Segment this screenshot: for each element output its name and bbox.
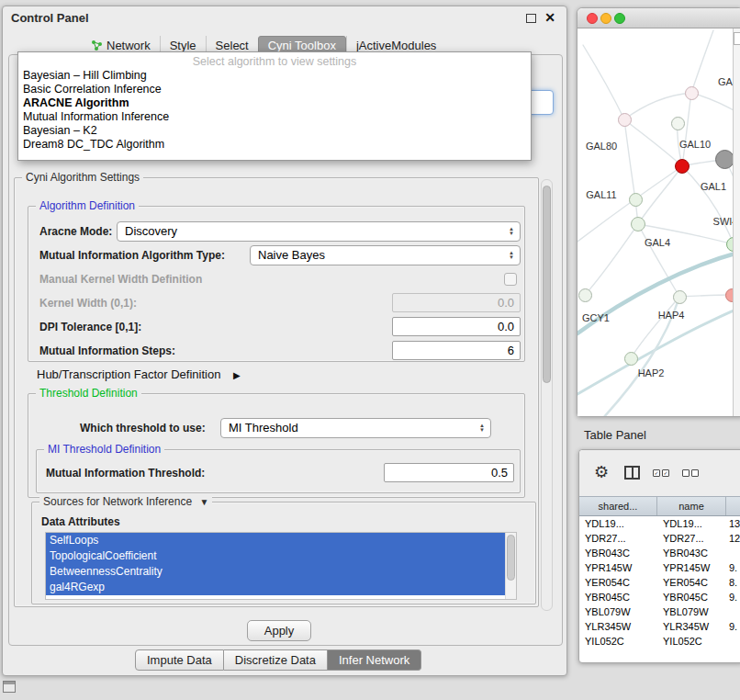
aracne-mode-combobox[interactable]: Discovery ▲▼ — [117, 221, 521, 242]
node-label: GCY1 — [582, 312, 610, 323]
mi-threshold-definition-group: MI Threshold Definition Mutual Informati… — [36, 449, 521, 493]
table-body: YDL19...YDL19...13 YDR27...YDR27...12 YB… — [579, 516, 740, 662]
apply-button[interactable]: Apply — [247, 620, 311, 641]
network-node[interactable] — [673, 290, 687, 304]
tab-label: Select — [216, 39, 249, 52]
mi-steps-field[interactable]: 6 — [392, 341, 521, 360]
network-node[interactable] — [629, 193, 643, 207]
group-title: Threshold Definition — [36, 387, 141, 400]
node-label: GAL80 — [586, 141, 617, 152]
table-row[interactable]: YDR27...YDR27...12 — [579, 531, 740, 546]
dropdown-item[interactable]: Dream8 DC_TDC Algorithm — [18, 138, 531, 152]
network-node-red[interactable] — [675, 159, 690, 174]
table-row[interactable]: YIL052CYIL052C — [579, 634, 740, 649]
bottom-tab-infer-network[interactable]: Infer Network — [328, 649, 421, 671]
window-title: Control Panel — [11, 11, 89, 25]
mi-steps-label: Mutual Information Steps: — [39, 341, 175, 361]
list-item[interactable]: SelfLoops — [46, 533, 516, 548]
hub-definition-toggle[interactable]: Hub/Transcription Factor Definition ▶ — [37, 367, 241, 381]
bottom-tab-impute-data[interactable]: Impute Data — [135, 649, 224, 671]
table-row[interactable]: YER054CYER054C8. — [579, 575, 740, 590]
control-panel-titlebar: Control Panel ✕ — [3, 6, 566, 30]
node-label: GAL11 — [586, 189, 616, 200]
manual-kernel-label: Manual Kernel Width Definition — [39, 269, 202, 289]
data-attributes-list: SelfLoops TopologicalCoefficient Between… — [45, 532, 517, 600]
sources-title: Sources for Network Inference — [43, 495, 192, 508]
kernel-width-field[interactable]: 0.0 — [392, 293, 521, 312]
network-node[interactable] — [578, 288, 592, 302]
scrollbar-thumb[interactable] — [543, 186, 551, 383]
bottom-tabbar: Impute Data Discretize Data Infer Networ… — [135, 649, 421, 671]
manual-kernel-checkbox[interactable] — [504, 273, 517, 286]
dropdown-item[interactable]: Basic Correlation Inference — [18, 83, 531, 96]
network-node[interactable] — [631, 217, 645, 231]
tab-label: Network — [107, 39, 151, 52]
columns-icon[interactable] — [624, 466, 640, 480]
node-label: GAL4 — [645, 237, 670, 248]
table-header: shared... name — [579, 496, 740, 516]
desktop: Control Panel ✕ Network Style Select Cyn… — [0, 0, 740, 700]
mi-threshold-label: Mutual Information Threshold: — [46, 463, 205, 483]
table-row[interactable]: YPR145WYPR145W9. — [579, 560, 740, 575]
combobox-stepper-icon: ▲▼ — [506, 246, 517, 265]
table-panel-title: Table Panel — [584, 428, 646, 442]
tab-label: Style — [170, 39, 196, 52]
dpi-tolerance-field[interactable]: 0.0 — [392, 317, 521, 336]
table-row[interactable]: YLR345WYLR345W9. — [579, 619, 740, 634]
scrollbar-button[interactable] — [734, 32, 740, 45]
dropdown-item[interactable]: Mutual Information Inference — [18, 110, 531, 124]
sources-toggle[interactable]: Sources for Network Inference ▼ — [39, 495, 212, 508]
minimize-traffic-light-icon[interactable] — [600, 13, 611, 24]
aracne-mode-label: Aracne Mode: — [39, 221, 112, 242]
list-item[interactable]: BetweennessCentrality — [46, 564, 516, 580]
list-item[interactable]: gal4RGexp — [46, 580, 516, 595]
tab-label: Cyni Toolbox — [268, 39, 336, 52]
dropdown-item-selected[interactable]: ARACNE Algorithm — [18, 96, 531, 110]
float-window-icon[interactable] — [526, 14, 536, 23]
network-node[interactable] — [624, 352, 638, 366]
table-row[interactable]: YBL079WYBL079W — [579, 604, 740, 619]
group-title: Algorithm Definition — [36, 199, 139, 212]
column-header[interactable]: shared... — [579, 497, 657, 515]
algorithm-definition-group: Algorithm Definition Aracne Mode: Discov… — [28, 206, 525, 362]
scrollbar-thumb[interactable] — [507, 535, 515, 581]
network-node-gray[interactable] — [715, 150, 734, 169]
mi-type-label: Mutual Information Algorithm Type: — [39, 245, 225, 265]
column-header[interactable]: name — [657, 497, 726, 515]
dropdown-item[interactable]: Bayesian – K2 — [18, 124, 531, 138]
group-title: MI Threshold Definition — [44, 443, 164, 456]
table-row[interactable]: YBR045CYBR045C9. — [579, 590, 740, 604]
close-icon[interactable]: ✕ — [544, 10, 555, 25]
list-item[interactable]: TopologicalCoefficient — [46, 548, 516, 564]
hide-selected-rows-icon[interactable] — [682, 469, 699, 477]
table-panel-window: ⚙ ✓✓ shared... name YDL19...YDL19...13 Y… — [578, 449, 740, 663]
gear-icon[interactable]: ⚙ — [594, 463, 609, 481]
table-row[interactable]: YDL19...YDL19...13 — [579, 516, 740, 531]
list-scrollbar[interactable] — [505, 533, 516, 599]
combobox-stepper-icon: ▲▼ — [477, 419, 488, 437]
network-scrollbar[interactable] — [733, 28, 740, 416]
dropdown-item[interactable]: Bayesian – Hill Climbing — [18, 69, 531, 83]
collapsed-arrow-icon: ▶ — [233, 370, 241, 380]
node-label: HAP4 — [658, 310, 685, 321]
network-node[interactable] — [685, 86, 699, 100]
network-node[interactable] — [618, 113, 632, 127]
network-node[interactable] — [671, 117, 685, 130]
cyni-algorithm-settings-group: Cyni Algorithm Settings Algorithm Defini… — [14, 177, 539, 607]
network-canvas[interactable]: GAL80 GAL10 GAL11 GAL1 SWI4 GAL4 GCY1 HA… — [577, 28, 740, 416]
settings-scrollbar[interactable] — [541, 179, 553, 611]
docked-panel-icon[interactable] — [3, 681, 16, 693]
mi-type-combobox[interactable]: Naive Bayes ▲▼ — [250, 245, 521, 265]
table-row[interactable]: YBR043CYBR043C — [579, 546, 740, 560]
hub-definition-label: Hub/Transcription Factor Definition — [37, 367, 220, 381]
bottom-tab-discretize-data[interactable]: Discretize Data — [224, 649, 328, 671]
column-header[interactable] — [726, 497, 740, 515]
control-panel-window: Control Panel ✕ Network Style Select Cyn… — [2, 6, 567, 676]
network-icon — [91, 40, 103, 51]
close-traffic-light-icon[interactable] — [587, 13, 598, 24]
show-selected-rows-icon[interactable]: ✓✓ — [653, 469, 669, 477]
mi-threshold-field[interactable]: 0.5 — [384, 463, 514, 482]
combobox-stepper-icon: ▲▼ — [506, 222, 517, 241]
which-threshold-combobox[interactable]: MI Threshold ▲▼ — [220, 418, 491, 438]
zoom-traffic-light-icon[interactable] — [614, 13, 625, 24]
